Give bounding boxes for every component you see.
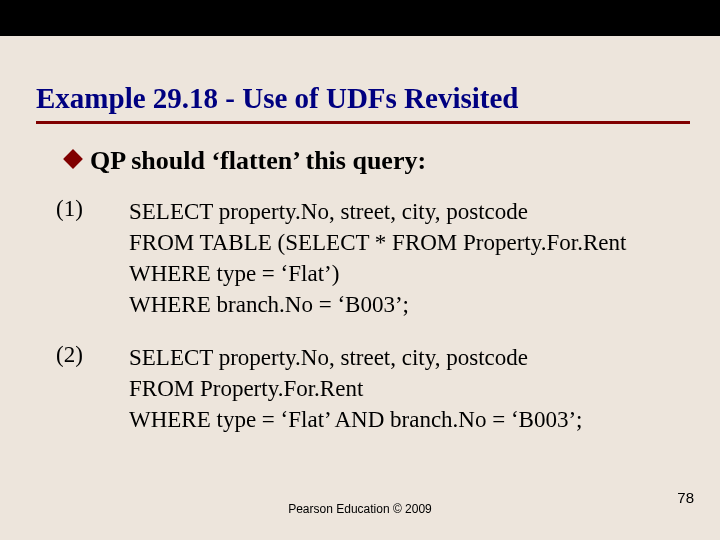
title-block: Example 29.18 - Use of UDFs Revisited bbox=[36, 82, 690, 124]
query-item-1: (1) SELECT property.No, street, city, po… bbox=[56, 196, 684, 320]
sql-block: SELECT property.No, street, city, postco… bbox=[129, 196, 684, 320]
sql-line: WHERE type = ‘Flat’ AND branch.No = ‘B00… bbox=[129, 404, 684, 435]
top-black-bar bbox=[0, 0, 720, 36]
diamond-icon bbox=[63, 149, 83, 169]
sql-line: WHERE branch.No = ‘B003’; bbox=[129, 289, 684, 320]
sql-block: SELECT property.No, street, city, postco… bbox=[129, 342, 684, 435]
slide-title: Example 29.18 - Use of UDFs Revisited bbox=[36, 82, 690, 115]
footer-copyright: Pearson Education © 2009 bbox=[0, 502, 720, 516]
sql-line: SELECT property.No, street, city, postco… bbox=[129, 342, 684, 373]
bullet-text: QP should ‘flatten’ this query: bbox=[90, 146, 426, 175]
query-item-2: (2) SELECT property.No, street, city, po… bbox=[56, 342, 684, 435]
title-rule bbox=[36, 121, 690, 124]
item-number: (2) bbox=[56, 342, 83, 368]
bullet-row: QP should ‘flatten’ this query: bbox=[66, 146, 426, 176]
sql-line: FROM TABLE (SELECT * FROM Property.For.R… bbox=[129, 227, 684, 289]
page-number: 78 bbox=[677, 489, 694, 506]
sql-line: SELECT property.No, street, city, postco… bbox=[129, 196, 684, 227]
sql-line: FROM Property.For.Rent bbox=[129, 373, 684, 404]
item-number: (1) bbox=[56, 196, 83, 222]
